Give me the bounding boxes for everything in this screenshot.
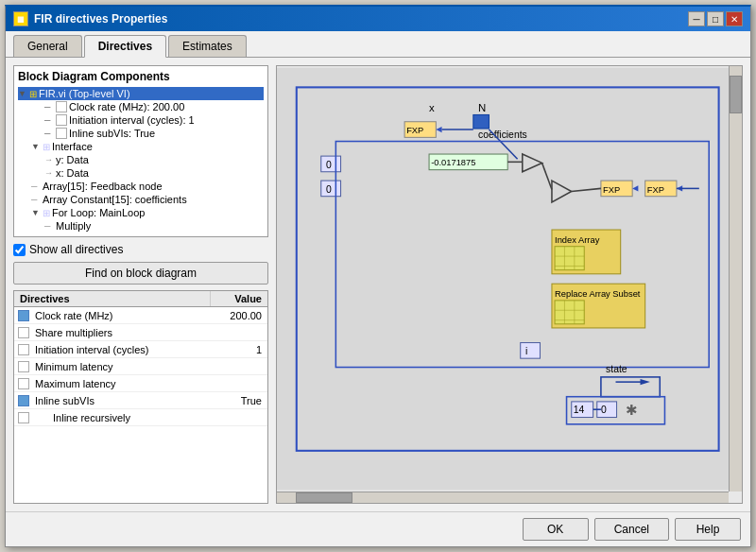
- dir-val-maxlat: [211, 383, 267, 385]
- dir-val-initiation: 1: [211, 343, 267, 356]
- expand-forloop[interactable]: ▼: [31, 208, 43, 217]
- svg-text:N: N: [478, 102, 486, 113]
- svg-text:0: 0: [326, 160, 332, 170]
- svg-text:FXP: FXP: [406, 126, 423, 135]
- svg-text:14: 14: [574, 405, 585, 415]
- svg-text:-0.0171875: -0.0171875: [431, 159, 475, 168]
- svg-rect-3: [473, 114, 490, 129]
- h-scrollbar-thumb[interactable]: [296, 492, 352, 503]
- expand-fir[interactable]: ▼: [18, 89, 29, 98]
- check-init: [56, 114, 67, 126]
- expand-inline: ─: [44, 129, 56, 138]
- dir-val-clock: 200.00: [211, 309, 267, 322]
- tree-container: ▼ ⊞ FIR.vi (Top-level VI) ─ Clock rate (…: [18, 87, 264, 233]
- col-directives: Directives: [14, 291, 211, 306]
- ydata-label: y: Data: [56, 154, 89, 165]
- tree-item-xdata[interactable]: → x: Data: [18, 166, 264, 180]
- interface-label: Interface: [52, 141, 93, 152]
- expand-y: →: [44, 155, 56, 164]
- expand-interface[interactable]: ▼: [31, 142, 43, 151]
- array15-label: Array[15]: Feedback node: [43, 181, 163, 192]
- tab-estimates[interactable]: Estimates: [168, 35, 247, 57]
- tree-item-init[interactable]: ─ Initiation interval (cycles): 1: [18, 113, 264, 127]
- dir-row-clock[interactable]: Clock rate (MHz) 200.00: [14, 307, 267, 324]
- col-value: Value: [211, 291, 267, 306]
- recursive-label: Inline recursively: [53, 412, 130, 423]
- svg-text:0: 0: [601, 405, 607, 415]
- svg-text:state: state: [606, 364, 627, 374]
- tree-item-array15[interactable]: ─ Array[15]: Feedback node: [18, 180, 264, 193]
- maximize-button[interactable]: □: [707, 11, 724, 26]
- bottom-bar: OK Cancel Help: [6, 511, 750, 546]
- tabs-bar: General Directives Estimates: [6, 31, 750, 58]
- dir-check-clock: [14, 310, 33, 321]
- tree-item-ydata[interactable]: → y: Data: [18, 153, 264, 166]
- tree-item-arrayconst[interactable]: ─ Array Constant[15]: coefficients: [18, 193, 264, 206]
- dir-name-share: Share multipliers: [33, 326, 211, 339]
- fir-icon: ⊞: [29, 89, 37, 99]
- minimize-button[interactable]: ─: [688, 11, 705, 26]
- dir-check-maxlat: [14, 378, 33, 389]
- block-diagram-title: Block Diagram Components: [18, 70, 264, 83]
- svg-text:FXP: FXP: [647, 185, 664, 195]
- expand-arrayconst: ─: [31, 195, 43, 204]
- main-window: ▦ FIR directives Properties ─ □ ✕ Genera…: [5, 5, 751, 547]
- dir-name-inline2: Inline subVIs: [33, 394, 211, 407]
- right-panel: N x FXP coefficients 0 -0.0171875: [276, 65, 743, 504]
- title-controls: ─ □ ✕: [688, 11, 743, 26]
- dir-row-share[interactable]: Share multipliers: [14, 324, 267, 341]
- dir-row-initiation[interactable]: Initiation interval (cycles) 1: [14, 341, 267, 358]
- xdata-label: x: Data: [56, 167, 89, 179]
- dir-check-share: [14, 327, 33, 338]
- tree-item-clock[interactable]: ─ Clock rate (MHz): 200.00: [18, 100, 264, 113]
- dir-name-clock: Clock rate (MHz): [33, 309, 211, 322]
- dir-name-initiation: Initiation interval (cycles): [33, 343, 211, 356]
- dir-val-recursive: [211, 417, 267, 419]
- dir-name-maxlat: Maximum latency: [33, 377, 211, 390]
- help-button[interactable]: Help: [675, 518, 741, 541]
- diagram-svg: N x FXP coefficients 0 -0.0171875: [277, 66, 729, 492]
- tree-item-fir[interactable]: ▼ ⊞ FIR.vi (Top-level VI): [18, 87, 264, 100]
- vertical-scrollbar[interactable]: [729, 66, 742, 492]
- check-inline: [56, 128, 67, 139]
- show-all-checkbox[interactable]: [13, 244, 26, 256]
- check-blue-clock: [18, 310, 29, 321]
- svg-text:✱: ✱: [626, 403, 638, 418]
- v-scrollbar-thumb[interactable]: [730, 76, 742, 113]
- title-bar-left: ▦ FIR directives Properties: [13, 11, 167, 26]
- title-bar: ▦ FIR directives Properties ─ □ ✕: [6, 7, 750, 31]
- tree-item-inline[interactable]: ─ Inline subVIs: True: [18, 127, 264, 140]
- tab-directives[interactable]: Directives: [84, 35, 166, 58]
- svg-text:Index Array: Index Array: [555, 235, 600, 245]
- horizontal-scrollbar[interactable]: [277, 492, 729, 503]
- block-diagram-section: Block Diagram Components ▼ ⊞ FIR.vi (Top…: [13, 65, 268, 237]
- svg-text:Replace Array Subset: Replace Array Subset: [555, 289, 641, 299]
- tab-general[interactable]: General: [13, 35, 82, 57]
- content-area: Block Diagram Components ▼ ⊞ FIR.vi (Top…: [6, 58, 750, 511]
- cancel-button[interactable]: Cancel: [594, 518, 669, 541]
- dir-row-maxlat[interactable]: Maximum latency: [14, 375, 267, 392]
- dir-row-minlat[interactable]: Minimum latency: [14, 358, 267, 375]
- dir-row-inline[interactable]: Inline subVIs True: [14, 392, 267, 409]
- tree-item-forloop[interactable]: ▼ ⊞ For Loop: MainLoop: [18, 206, 264, 219]
- dir-check-initiation: [14, 344, 33, 355]
- find-button[interactable]: Find on block diagram: [13, 262, 268, 285]
- tree-item-multiply[interactable]: ─ Multiply: [18, 219, 264, 233]
- dir-row-recursive[interactable]: Inline recursively: [14, 409, 267, 426]
- svg-text:FXP: FXP: [603, 185, 620, 195]
- check-blue-inline: [18, 395, 29, 406]
- diagram-area: N x FXP coefficients 0 -0.0171875: [277, 66, 742, 503]
- close-button[interactable]: ✕: [726, 11, 743, 26]
- dir-check-recursive: [14, 412, 33, 423]
- show-all-label: Show all directives: [29, 243, 123, 256]
- table-header: Directives Value: [14, 291, 267, 307]
- dir-val-inline2: True: [211, 394, 267, 407]
- tree-item-interface[interactable]: ▼ ⊞ Interface: [18, 140, 264, 153]
- expand-multiply: ─: [44, 221, 56, 231]
- svg-rect-44: [521, 343, 541, 359]
- dir-val-share: [211, 332, 267, 334]
- interface-icon: ⊞: [43, 142, 50, 152]
- ok-button[interactable]: OK: [523, 518, 589, 541]
- show-directives-row: Show all directives: [13, 243, 268, 256]
- svg-text:i: i: [525, 346, 527, 356]
